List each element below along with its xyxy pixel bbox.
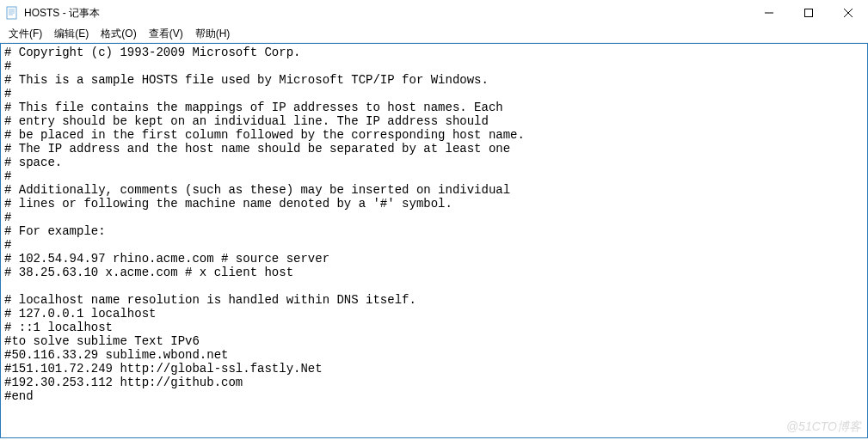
menu-help[interactable]: 帮助(H) (190, 25, 236, 43)
text-area[interactable]: # Copyright (c) 1993-2009 Microsoft Corp… (1, 44, 867, 437)
editor-container: # Copyright (c) 1993-2009 Microsoft Corp… (0, 43, 868, 438)
window-title: HOSTS - 记事本 (24, 6, 100, 21)
menu-edit[interactable]: 编辑(E) (49, 25, 94, 43)
menu-view[interactable]: 查看(V) (144, 25, 188, 43)
titlebar: HOSTS - 记事本 (0, 0, 868, 26)
maximize-button[interactable] (789, 0, 828, 26)
window-controls (749, 0, 868, 26)
close-button[interactable] (828, 0, 868, 26)
titlebar-left: HOSTS - 记事本 (5, 6, 100, 21)
notepad-icon (5, 6, 19, 20)
menu-file[interactable]: 文件(F) (3, 25, 47, 43)
menu-format[interactable]: 格式(O) (95, 25, 141, 43)
menubar: 文件(F) 编辑(E) 格式(O) 查看(V) 帮助(H) (0, 26, 868, 43)
svg-rect-6 (805, 9, 813, 17)
minimize-button[interactable] (749, 0, 789, 26)
